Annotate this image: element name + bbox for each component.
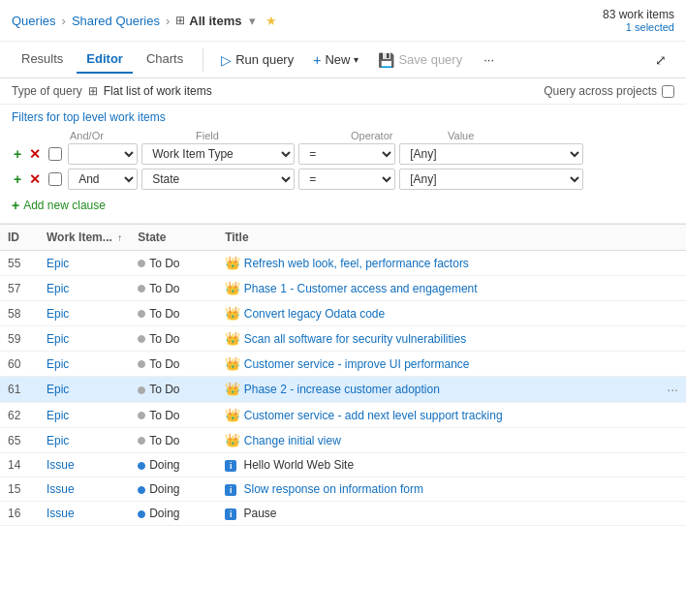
query-across-projects[interactable]: Query across projects xyxy=(544,84,674,98)
filter-value-2[interactable]: [Any] xyxy=(399,169,583,190)
cell-workitem-type[interactable]: Epic xyxy=(39,276,130,301)
cell-id: 16 xyxy=(0,502,39,526)
epic-crown-icon: 👑 xyxy=(225,331,244,346)
col-header-state[interactable]: State xyxy=(130,225,217,251)
cell-workitem-type[interactable]: Epic xyxy=(39,301,130,326)
filter-add-btn-1[interactable]: + xyxy=(12,146,23,162)
table-row[interactable]: 15IssueDoingi Slow response on informati… xyxy=(0,477,686,502)
cell-id: 15 xyxy=(0,477,39,502)
grid-icon: ⊞ xyxy=(175,14,185,27)
table-row[interactable]: 65EpicTo Do👑 Change initial view xyxy=(0,428,686,453)
table-row[interactable]: 16IssueDoingi Pause xyxy=(0,502,686,526)
col-header-workitem[interactable]: Work Item... ↑ xyxy=(39,225,130,251)
cell-workitem-type[interactable]: Epic xyxy=(39,251,130,276)
cell-title[interactable]: 👑 Refresh web look, feel, performance fa… xyxy=(217,251,686,276)
tab-charts[interactable]: Charts xyxy=(137,46,193,74)
save-query-button[interactable]: 💾 Save query xyxy=(370,47,470,73)
title-text[interactable]: Phase 1 - Customer access and engagement xyxy=(244,282,478,295)
issue-icon: i xyxy=(225,460,236,472)
tab-results[interactable]: Results xyxy=(12,46,73,74)
filter-add-btn-2[interactable]: + xyxy=(12,171,23,187)
breadcrumb-star-icon[interactable]: ★ xyxy=(265,14,277,28)
tab-editor[interactable]: Editor xyxy=(77,46,133,74)
more-button[interactable]: ··· xyxy=(476,47,502,72)
cell-title[interactable]: 👑 Scan all software for security vulnera… xyxy=(217,326,686,352)
col-header-title[interactable]: Title xyxy=(217,225,686,251)
table-row[interactable]: 55EpicTo Do👑 Refresh web look, feel, per… xyxy=(0,251,686,276)
cell-workitem-type[interactable]: Issue xyxy=(39,477,130,502)
filter-field-2[interactable]: State xyxy=(141,169,295,190)
state-dot-icon xyxy=(138,310,145,318)
title-text[interactable]: Scan all software for security vulnerabi… xyxy=(244,332,466,346)
filter-del-btn-2[interactable]: ✕ xyxy=(27,171,43,187)
sort-arrow: ↑ xyxy=(117,232,122,243)
title-text[interactable]: Customer service - add next level suppor… xyxy=(244,409,503,422)
filters-section: Filters for top level work items And/Or … xyxy=(0,105,686,224)
cell-title[interactable]: 👑 Phase 2 - increase customer adoption··… xyxy=(217,377,686,403)
filter-operator-2[interactable]: = xyxy=(298,169,395,190)
issue-icon: i xyxy=(225,484,236,496)
expand-button[interactable]: ⤢ xyxy=(647,47,674,73)
across-projects-checkbox[interactable] xyxy=(662,85,674,98)
cell-state: To Do xyxy=(130,251,217,276)
filter-andor-2[interactable]: And xyxy=(68,169,138,190)
breadcrumb-dropdown-icon[interactable]: ▾ xyxy=(249,14,256,28)
row-ellipsis-button[interactable]: ··· xyxy=(667,382,678,397)
cell-workitem-type[interactable]: Issue xyxy=(39,453,130,477)
save-icon: 💾 xyxy=(378,52,394,68)
title-text[interactable]: Customer service - improve UI performanc… xyxy=(244,357,470,371)
epic-crown-icon: 👑 xyxy=(225,408,244,422)
add-clause[interactable]: + Add new clause xyxy=(12,194,674,217)
cell-id: 57 xyxy=(0,276,39,301)
filter-value-1[interactable]: [Any] xyxy=(399,143,583,165)
title-text[interactable]: Convert legacy Odata code xyxy=(244,307,385,321)
cell-workitem-type[interactable]: Epic xyxy=(39,403,130,428)
state-dot-icon xyxy=(138,412,145,419)
cell-workitem-type[interactable]: Issue xyxy=(39,502,130,526)
cell-title[interactable]: 👑 Customer service - improve UI performa… xyxy=(217,352,686,377)
cell-title: i Hello World Web Site xyxy=(217,453,686,477)
filter-field-1[interactable]: Work Item Type xyxy=(141,143,295,165)
state-dot-icon xyxy=(138,386,145,394)
cell-title[interactable]: i Slow response on information form xyxy=(217,477,686,502)
title-text[interactable]: Slow response on information form xyxy=(243,482,422,496)
filter-chk-1[interactable] xyxy=(48,147,62,161)
state-dot-icon xyxy=(138,335,145,343)
state-dot-icon xyxy=(138,462,145,470)
table-row[interactable]: 62EpicTo Do👑 Customer service - add next… xyxy=(0,403,686,428)
title-text[interactable]: Refresh web look, feel, performance fact… xyxy=(244,257,469,270)
filter-del-btn-1[interactable]: ✕ xyxy=(27,146,43,162)
title-text[interactable]: Change initial view xyxy=(244,434,341,447)
cell-state: To Do xyxy=(130,403,217,428)
table-row[interactable]: 59EpicTo Do👑 Scan all software for secur… xyxy=(0,326,686,352)
table-row[interactable]: 61EpicTo Do👑 Phase 2 - increase customer… xyxy=(0,377,686,403)
epic-crown-icon: 👑 xyxy=(225,256,244,270)
cell-workitem-type[interactable]: Epic xyxy=(39,428,130,453)
new-dropdown-icon: ▾ xyxy=(354,54,359,65)
breadcrumb-queries[interactable]: Queries xyxy=(12,14,56,28)
cell-workitem-type[interactable]: Epic xyxy=(39,352,130,377)
new-button[interactable]: + New ▾ xyxy=(305,47,366,73)
table-row[interactable]: 58EpicTo Do👑 Convert legacy Odata code xyxy=(0,301,686,326)
cell-state: Doing xyxy=(130,477,217,502)
breadcrumb: Queries › Shared Queries › ⊞ All items ▾… xyxy=(0,0,686,42)
cell-title[interactable]: 👑 Change initial view xyxy=(217,428,686,453)
breadcrumb-all-items[interactable]: All items xyxy=(189,14,241,28)
epic-crown-icon: 👑 xyxy=(225,306,244,321)
cell-title[interactable]: 👑 Convert legacy Odata code xyxy=(217,301,686,326)
filter-operator-1[interactable]: = xyxy=(298,143,395,165)
filter-andor-1[interactable] xyxy=(68,143,138,165)
cell-workitem-type[interactable]: Epic xyxy=(39,377,130,403)
col-header-id[interactable]: ID xyxy=(0,225,39,251)
title-text[interactable]: Phase 2 - increase customer adoption xyxy=(244,383,440,396)
table-row[interactable]: 14IssueDoingi Hello World Web Site xyxy=(0,453,686,477)
epic-crown-icon: 👑 xyxy=(225,433,244,447)
table-row[interactable]: 60EpicTo Do👑 Customer service - improve … xyxy=(0,352,686,377)
breadcrumb-shared-queries[interactable]: Shared Queries xyxy=(72,14,160,28)
cell-workitem-type[interactable]: Epic xyxy=(39,326,130,352)
filter-chk-2[interactable] xyxy=(48,172,62,186)
run-query-button[interactable]: ▷ Run query xyxy=(213,47,301,73)
cell-title[interactable]: 👑 Phase 1 - Customer access and engageme… xyxy=(217,276,686,301)
table-row[interactable]: 57EpicTo Do👑 Phase 1 - Customer access a… xyxy=(0,276,686,301)
cell-title[interactable]: 👑 Customer service - add next level supp… xyxy=(217,403,686,428)
